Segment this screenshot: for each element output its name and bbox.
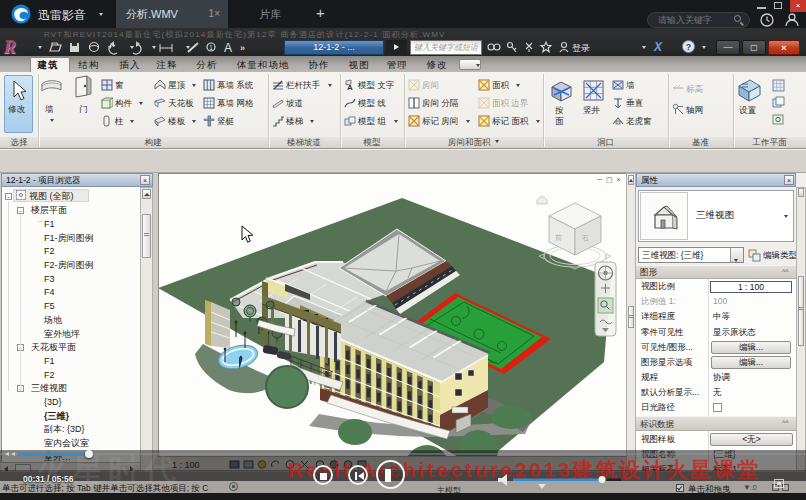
svg-text:A: A [347, 83, 353, 91]
svg-text:前: 前 [555, 234, 562, 241]
svg-text:右: 右 [582, 234, 589, 242]
